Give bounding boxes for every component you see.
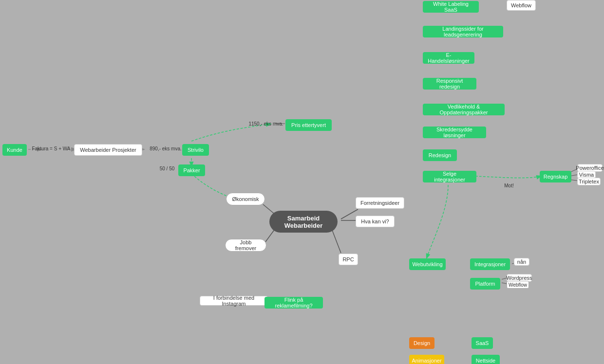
- pris-node[interactable]: Pris ettertyvert: [285, 119, 332, 131]
- center-node: Samarbeid Webarbeider: [269, 211, 338, 233]
- strivilo-node[interactable]: Strivilo: [182, 144, 209, 156]
- skreddersydde-node[interactable]: Skreddersydde løsninger: [423, 127, 486, 138]
- rpc-node[interactable]: RPC: [339, 254, 358, 265]
- webarbeider-node[interactable]: Webarbeider Prosjekter: [74, 144, 142, 156]
- selge-int-node[interactable]: Selge integrasjoner: [423, 171, 476, 182]
- regnskap-node[interactable]: Regnskap: [540, 171, 571, 182]
- nettside-node[interactable]: Nettside: [472, 355, 500, 364]
- jobb-fremover-node[interactable]: Jobb fremover: [225, 239, 266, 252]
- design-node[interactable]: Design: [409, 337, 434, 349]
- forretningsideer-node[interactable]: Forretningsideer: [356, 197, 404, 209]
- webflow-fix[interactable]: Webflow: [507, 281, 529, 289]
- pakker-price-label: 890,- eks mva.: [144, 144, 188, 153]
- pakker-count: 50 / 50: [155, 164, 179, 172]
- faktura-label: Faktura = S + WA: [29, 144, 73, 153]
- pris-label: 1150,- eks mva.: [246, 119, 285, 128]
- svg-line-5: [331, 228, 341, 253]
- redesign-node[interactable]: Redesign: [423, 149, 457, 161]
- mot-label: Mot!: [502, 182, 516, 189]
- responsivt-node[interactable]: Responsivt redesign: [423, 78, 476, 90]
- instagram-label: I forbindelse med Instagram: [200, 296, 268, 306]
- vedlikehold-node[interactable]: Vedlikehold & Oppdateringspakker: [423, 104, 505, 115]
- hva-kan-vi-node[interactable]: Hva kan vi?: [356, 216, 395, 227]
- kunde-node[interactable]: Kunde: [2, 144, 27, 156]
- white-labeling-node[interactable]: White Labeling SaaS: [423, 1, 479, 13]
- platform-node[interactable]: Platform: [470, 278, 500, 290]
- tripletex-node[interactable]: Tripletex: [577, 178, 601, 185]
- pakker-node[interactable]: Pakker: [178, 164, 205, 176]
- animasjoner-node[interactable]: Animasjoner: [409, 355, 444, 364]
- e-handel-node[interactable]: E-Handelsløsninger: [423, 52, 474, 64]
- webutvikling-node[interactable]: Webutvikling: [409, 258, 446, 270]
- flink-node[interactable]: Flink på reklamefilming?: [264, 297, 323, 309]
- integrasjoner-node[interactable]: Integrasjoner: [470, 258, 510, 270]
- nin-label: nån: [514, 258, 529, 266]
- landingssider-node[interactable]: Landingssider for leadsgenerering: [423, 26, 503, 37]
- okonomisk-node[interactable]: Økonomisk: [226, 193, 265, 205]
- saas-node[interactable]: SaaS: [472, 337, 493, 349]
- webflow-node[interactable]: Webflow: [507, 0, 536, 11]
